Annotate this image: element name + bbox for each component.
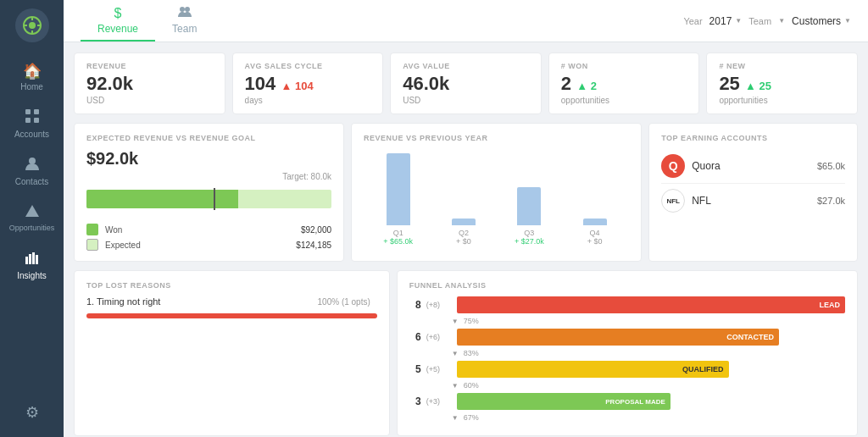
svg-rect-6 [25,109,31,114]
funnel-delta-proposal: (+3) [426,397,452,406]
kpi-new-change: ▲ 25 [745,80,771,92]
svg-rect-14 [32,252,35,264]
goal-legend: Won $92,000 Expected $124,185 [86,224,331,251]
funnel-delta-contacted: (+6) [426,333,452,341]
funnel-panel: Funnel Analysis 8 (+8) LEAD ▼ 75% [397,270,858,436]
funnel-bar-contacted: CONTACTED [457,329,779,346]
legend-won-color [86,224,98,235]
rev-panel-title: Revenue vs Previous Year [364,134,629,142]
year-filter[interactable]: 2017 ▼ [709,15,743,27]
bar-label-q4: Q4 + $0 [569,229,620,246]
quora-name: Quora [692,160,810,172]
lost-item-name: 1. Timing not right [86,296,318,307]
tab-team[interactable]: Team [155,0,214,41]
pct-arrow-4: ▼ [452,414,459,422]
nfl-name: NFL [692,195,810,207]
sidebar-item-home[interactable]: 🏠 Home [0,55,64,100]
sidebar-item-contacts[interactable]: Contacts [0,147,64,195]
kpi-revenue: Revenue 92.0k USD [74,53,225,114]
kpi-new: # New 25 ▲ 25 opportunities [706,53,858,114]
lost-panel: Top Lost Reasons 1. Timing not right 100… [74,270,390,436]
kpi-new-label: # New [719,62,845,70]
header-tabs: $ Revenue Team [81,0,214,41]
home-icon: 🏠 [23,64,42,79]
opportunities-icon [25,203,40,221]
accounts-panel-title: Top Earning Accounts [661,134,845,142]
bar-label-q2: Q2 + $0 [437,229,489,246]
q4-label: Q4 [569,229,620,237]
kpi-avg-sales-label: Avg Sales Cycle [245,62,371,70]
sidebar-accounts-label: Accounts [14,130,49,139]
funnel-count-lead: 8 [409,299,421,311]
year-chevron-icon: ▼ [735,17,742,25]
customers-filter[interactable]: Customers ▼ [792,15,851,27]
lost-bar-wrap [86,313,377,318]
pct-value-2: 83% [464,349,479,357]
kpi-new-sub: opportunities [719,96,845,105]
team-chevron-icon: ▼ [778,17,785,25]
kpi-avg-sales: Avg Sales Cycle 104 ▲ 104 days [232,53,384,114]
kpi-revenue-value: 92.0k [86,74,213,94]
svg-rect-12 [25,257,28,264]
q4-change: + $0 [569,237,620,246]
accounts-panel: Top Earning Accounts Q Quora $65.0k NFL … [648,123,858,262]
team-filter[interactable]: ▼ [778,17,785,25]
sidebar-item-opportunities[interactable]: Opportunities [0,195,64,241]
pct-value-1: 75% [464,317,479,325]
funnel-bar-wrap-contacted: CONTACTED [457,329,845,346]
legend-won-value: $92,000 [301,225,331,235]
insights-icon [25,250,40,268]
funnel-pct-lead: ▼ 75% [409,317,845,325]
header: $ Revenue Team Year 2017 ▼ Team ▼ Custom… [64,0,868,42]
lost-rank: 1. [86,296,97,307]
tab-revenue[interactable]: $ Revenue [81,0,155,41]
kpi-won-sub: opportunities [561,96,687,105]
funnel-row-lead: 8 (+8) LEAD [409,296,845,313]
q2-label: Q2 [437,229,489,237]
header-filters: Year 2017 ▼ Team ▼ Customers ▼ [683,15,851,27]
accounts-icon [25,108,40,126]
funnel-row-qualified: 5 (+5) QUALIFIED [409,361,845,378]
svg-rect-13 [29,254,31,264]
sidebar-item-settings[interactable]: ⚙ [0,396,64,429]
tab-revenue-label: Revenue [97,23,138,35]
bar-q4 [583,218,607,225]
lost-panel-title: Top Lost Reasons [86,281,377,290]
kpi-revenue-label: Revenue [86,62,213,70]
quora-logo: Q [661,154,685,178]
svg-point-17 [185,7,190,12]
goal-bar-bg [86,190,331,208]
goal-bar-container [86,190,331,208]
funnel-pct-contacted: ▼ 83% [409,349,845,357]
funnel-delta-lead: (+8) [426,301,452,309]
legend-won: Won $92,000 [86,224,331,235]
year-filter-value: 2017 [709,15,732,27]
goal-panel: Expected Revenue vs Revenue Goal $92.0k … [74,123,344,262]
funnel-bar-lead: LEAD [457,296,845,313]
team-icon [178,6,192,21]
team-filter-label: Team [748,16,771,26]
svg-point-16 [180,7,185,12]
funnel-count-contacted: 6 [409,331,421,343]
kpi-avg-sales-change: ▲ 104 [281,80,313,92]
contacts-icon [25,156,40,174]
sidebar-opp-label: Opportunities [9,224,55,233]
sidebar-item-accounts[interactable]: Accounts [0,100,64,147]
bar-label-q3: Q3 + $27.0k [504,229,555,246]
svg-rect-9 [34,118,39,123]
sidebar-item-insights[interactable]: Insights [0,241,64,289]
legend-expected-color [86,239,98,251]
bar-chart [364,149,629,225]
bar-q3 [517,187,541,225]
svg-rect-7 [34,109,39,114]
pct-value-3: 60% [464,381,479,390]
legend-expected-label: Expected [105,241,141,250]
funnel-delta-qualified: (+5) [426,365,452,373]
goal-target-label: Target: 80.0k [86,172,331,181]
q1-label: Q1 [372,229,424,237]
sidebar-insights-label: Insights [17,271,46,280]
funnel-pct-proposal: ▼ 67% [409,413,845,422]
bottom-row: Top Lost Reasons 1. Timing not right 100… [74,270,858,436]
nfl-logo: NFL [661,189,685,213]
sidebar-home-label: Home [20,82,43,91]
